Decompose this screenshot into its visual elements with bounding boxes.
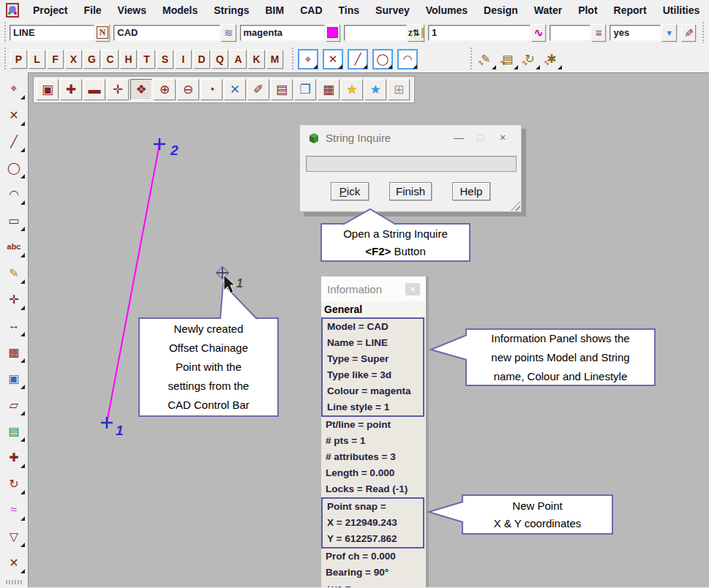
- close-icon[interactable]: ×: [405, 283, 420, 295]
- menu-survey[interactable]: Survey: [367, 2, 418, 18]
- menu-plot[interactable]: Plot: [570, 2, 605, 18]
- snap-letter-H[interactable]: H: [120, 50, 137, 69]
- favourite-gold-icon[interactable]: ★: [341, 79, 363, 100]
- dropdown-icon[interactable]: ▼: [661, 24, 676, 42]
- toolbar-grip[interactable]: [3, 48, 7, 70]
- text-icon[interactable]: abc: [4, 236, 24, 257]
- symbol-string-icon[interactable]: ✱∿: [542, 50, 561, 69]
- recalc-string-icon[interactable]: ↻∿: [520, 50, 539, 69]
- toolbar-grip[interactable]: [701, 22, 705, 43]
- zoom-previous-icon[interactable]: ⊖: [177, 79, 199, 100]
- fence-icon[interactable]: ▽: [4, 526, 24, 546]
- snap-letter-I[interactable]: I: [175, 50, 192, 69]
- rectangle-icon[interactable]: ▭: [4, 210, 24, 230]
- snap-letter-D[interactable]: D: [193, 50, 210, 69]
- point-snap-icon[interactable]: ⌖: [298, 49, 318, 69]
- linestyle-icon[interactable]: ∿: [531, 24, 546, 42]
- circle-snap-icon[interactable]: ◯: [372, 49, 393, 69]
- menu-bim[interactable]: BIM: [258, 2, 293, 18]
- model-input[interactable]: [113, 25, 220, 41]
- zoom-out-icon[interactable]: ▬: [83, 79, 105, 100]
- tinable-input[interactable]: [609, 25, 661, 41]
- name-icon[interactable]: N: [95, 24, 110, 42]
- grid-toggle-icon[interactable]: ▦: [318, 79, 340, 100]
- delete-point-icon[interactable]: ✕: [4, 552, 24, 573]
- snap-letter-T[interactable]: T: [138, 50, 155, 69]
- line-icon[interactable]: ╱: [4, 131, 24, 151]
- snap-letter-G[interactable]: G: [83, 50, 100, 69]
- snap-letter-A[interactable]: A: [230, 50, 247, 69]
- offset-point-icon[interactable]: ✛: [4, 289, 24, 309]
- linestyle-input[interactable]: [428, 25, 530, 41]
- menu-file[interactable]: File: [75, 2, 109, 18]
- polygon-icon[interactable]: ▱: [4, 394, 24, 415]
- menu-models[interactable]: Models: [154, 2, 206, 18]
- snap-letter-F[interactable]: F: [47, 50, 64, 69]
- save-view-icon[interactable]: ▣: [37, 79, 59, 100]
- circle-icon[interactable]: ◯: [4, 157, 24, 178]
- image-icon[interactable]: ▤: [4, 421, 24, 441]
- menu-views[interactable]: Views: [110, 2, 154, 18]
- toolbar-grip[interactable]: [290, 48, 295, 70]
- arc-icon[interactable]: ◠: [4, 184, 24, 204]
- snap-letter-C[interactable]: C: [102, 50, 119, 69]
- minimize-icon[interactable]: —: [448, 132, 470, 143]
- favourite-blue-icon[interactable]: ★: [364, 79, 386, 100]
- menu-volumes[interactable]: Volumes: [418, 2, 476, 18]
- snap-letter-P[interactable]: P: [10, 50, 27, 69]
- string-inquire-titlebar[interactable]: 12 String Inquire — □ ×: [300, 125, 521, 150]
- copy-view-icon[interactable]: ❐: [294, 79, 316, 100]
- arc-snap-icon[interactable]: ◠: [397, 49, 418, 69]
- rotate-icon[interactable]: ↻: [4, 473, 24, 494]
- snap-letter-Q[interactable]: Q: [211, 50, 228, 69]
- inquire-result-field[interactable]: [306, 156, 517, 172]
- page-string-icon[interactable]: ▤∿: [498, 50, 517, 69]
- move-icon[interactable]: ✚: [4, 447, 24, 467]
- weight-icon[interactable]: ≡: [591, 24, 606, 42]
- create-string-icon[interactable]: ✎∿: [476, 50, 495, 69]
- cross-snap-icon[interactable]: ✕: [323, 49, 343, 69]
- toolbar-grip[interactable]: [3, 22, 7, 43]
- pick-button[interactable]: Pick: [331, 182, 369, 200]
- maximize-icon[interactable]: □: [470, 132, 492, 143]
- menu-water[interactable]: Water: [526, 2, 570, 18]
- plot-view-icon[interactable]: ▤: [271, 79, 293, 100]
- measure-icon[interactable]: ↔: [4, 315, 24, 336]
- weight-input[interactable]: [549, 25, 590, 41]
- redraw-icon[interactable]: ✕: [224, 79, 246, 100]
- eyedropper-icon[interactable]: ✎: [681, 24, 696, 42]
- help-button[interactable]: Help: [452, 182, 490, 200]
- snap-letter-K[interactable]: K: [248, 50, 265, 69]
- snap-letter-S[interactable]: S: [157, 50, 173, 69]
- layers-icon[interactable]: ≋: [221, 24, 236, 42]
- height-icon[interactable]: z⇅: [408, 24, 424, 42]
- string-name-input[interactable]: [10, 25, 94, 41]
- menu-utilities[interactable]: Utilities: [655, 2, 708, 18]
- pan-icon[interactable]: ❖: [130, 79, 152, 100]
- clean-icon[interactable]: ✐: [247, 79, 269, 100]
- height-input[interactable]: [344, 25, 407, 41]
- colour-swatch[interactable]: [326, 24, 340, 42]
- menu-cad[interactable]: CAD: [292, 2, 330, 18]
- resize-grip[interactable]: [511, 201, 520, 211]
- fit-view-icon[interactable]: ✛: [107, 79, 129, 100]
- snap-letter-X[interactable]: X: [65, 50, 82, 69]
- snap-letter-L[interactable]: L: [29, 50, 45, 69]
- colour-line-icon[interactable]: ≈: [4, 500, 24, 520]
- point-icon[interactable]: ⌖: [4, 78, 24, 99]
- menu-project[interactable]: Project: [25, 2, 75, 18]
- close-icon[interactable]: ×: [492, 132, 514, 143]
- split-panes-icon[interactable]: ⊞: [388, 79, 410, 100]
- toolbar-grip[interactable]: [469, 48, 473, 70]
- menu-report[interactable]: Report: [606, 2, 655, 18]
- zoom-in-icon[interactable]: ✚: [60, 79, 82, 100]
- draw-icon[interactable]: ✎: [4, 263, 24, 283]
- zoom-mode-icon[interactable]: ◔: [200, 79, 222, 100]
- cross-icon[interactable]: ✕: [4, 105, 24, 125]
- colour-input[interactable]: [240, 25, 325, 41]
- line-snap-icon[interactable]: ╱: [348, 49, 368, 69]
- grid-icon[interactable]: ▦: [4, 342, 24, 362]
- menu-strings[interactable]: Strings: [206, 2, 257, 18]
- finish-button[interactable]: Finish: [389, 182, 432, 200]
- snap-letter-M[interactable]: M: [266, 50, 283, 69]
